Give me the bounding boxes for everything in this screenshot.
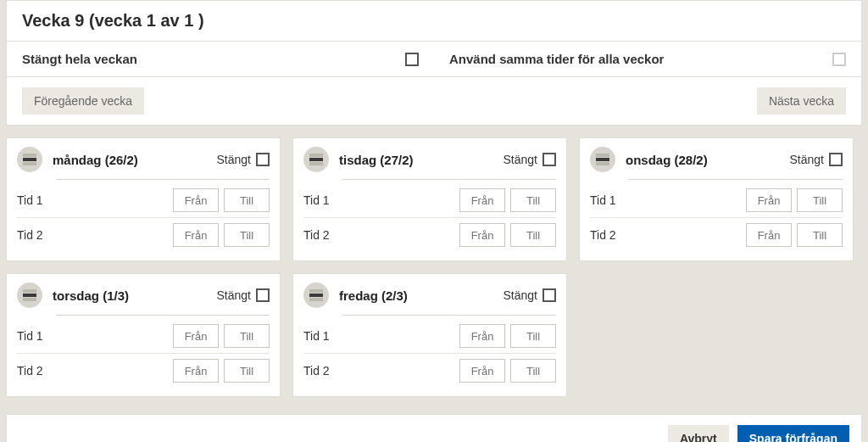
cancel-button[interactable]: Avbryt	[668, 425, 729, 442]
option-same-times: Använd samma tider för alla veckor	[434, 42, 861, 76]
time-inputs	[173, 359, 270, 383]
time-row-label: Tid 2	[17, 364, 68, 378]
day-name: tisdag (27/2)	[339, 153, 414, 167]
time-from-input[interactable]	[173, 324, 219, 348]
time-to-input[interactable]	[224, 324, 270, 348]
submit-button[interactable]: Spara förfrågan	[737, 425, 849, 442]
time-inputs	[173, 188, 270, 212]
next-week-button[interactable]: Nästa vecka	[757, 87, 846, 115]
options-row: Stängt hela veckan Använd samma tider fö…	[7, 42, 861, 77]
divider	[17, 217, 270, 218]
prev-week-button[interactable]: Föregående vecka	[22, 87, 144, 115]
time-from-input[interactable]	[746, 223, 792, 247]
menu-icon[interactable]	[590, 147, 615, 172]
time-inputs	[459, 359, 556, 383]
divider	[56, 315, 270, 316]
same-times-checkbox[interactable]	[832, 53, 846, 66]
menu-icon[interactable]	[17, 147, 42, 172]
day-closed-toggle: Stängt	[790, 153, 843, 166]
time-row: Tid 2	[303, 355, 556, 386]
divider	[56, 179, 270, 180]
divider	[303, 217, 556, 218]
day-name: onsdag (28/2)	[626, 153, 708, 167]
time-inputs	[173, 223, 270, 247]
divider	[590, 217, 843, 218]
menu-icon[interactable]	[17, 283, 42, 308]
time-row-label: Tid 2	[303, 364, 354, 378]
day-name: fredag (2/3)	[339, 288, 408, 303]
time-row-label: Tid 1	[303, 193, 354, 207]
time-row: Tid 2	[590, 220, 843, 250]
divider	[303, 353, 556, 354]
day-card: tisdag (27/2)StängtTid 1Tid 2	[292, 137, 567, 261]
time-from-input[interactable]	[459, 324, 505, 348]
time-row-label: Tid 1	[590, 193, 641, 207]
time-from-input[interactable]	[459, 359, 505, 383]
day-closed-label: Stängt	[790, 153, 824, 166]
option-closed-week-label: Stängt hela veckan	[22, 52, 137, 66]
time-row: Tid 2	[303, 220, 556, 250]
time-from-input[interactable]	[459, 188, 505, 212]
day-card: torsdag (1/3)StängtTid 1Tid 2	[6, 273, 281, 397]
day-header: fredag (2/3)Stängt	[303, 283, 556, 315]
time-row-label: Tid 2	[17, 228, 68, 242]
day-closed-label: Stängt	[217, 288, 251, 302]
day-closed-checkbox[interactable]	[542, 288, 556, 302]
menu-icon[interactable]	[303, 147, 329, 172]
time-to-input[interactable]	[797, 223, 843, 247]
time-from-input[interactable]	[173, 223, 219, 247]
time-to-input[interactable]	[797, 188, 843, 212]
time-row: Tid 2	[17, 220, 270, 250]
days-grid: måndag (26/2)StängtTid 1Tid 2tisdag (27/…	[0, 126, 868, 409]
time-to-input[interactable]	[510, 324, 556, 348]
day-closed-checkbox[interactable]	[829, 153, 843, 166]
day-header: tisdag (27/2)Stängt	[303, 147, 556, 179]
day-closed-checkbox[interactable]	[256, 153, 270, 166]
day-header: torsdag (1/3)Stängt	[17, 283, 270, 315]
time-from-input[interactable]	[459, 223, 505, 247]
day-closed-checkbox[interactable]	[256, 288, 270, 302]
day-card: onsdag (28/2)StängtTid 1Tid 2	[579, 137, 854, 261]
divider	[342, 179, 556, 180]
day-card: måndag (26/2)StängtTid 1Tid 2	[6, 137, 281, 261]
day-name: måndag (26/2)	[53, 153, 138, 167]
time-from-input[interactable]	[746, 188, 792, 212]
time-row: Tid 1	[303, 321, 556, 351]
closed-week-checkbox[interactable]	[405, 53, 419, 66]
footer-bar: Avbryt Spara förfrågan	[6, 414, 862, 442]
time-from-input[interactable]	[173, 188, 219, 212]
day-closed-label: Stängt	[504, 288, 537, 302]
time-to-input[interactable]	[224, 188, 270, 212]
time-to-input[interactable]	[224, 359, 270, 383]
time-row: Tid 1	[17, 185, 270, 215]
time-to-input[interactable]	[510, 223, 556, 247]
divider	[342, 315, 556, 316]
divider	[17, 353, 270, 354]
day-name: torsdag (1/3)	[53, 288, 129, 303]
divider	[629, 179, 843, 180]
menu-icon[interactable]	[303, 283, 329, 308]
time-inputs	[173, 324, 270, 348]
time-inputs	[459, 223, 556, 247]
time-row-label: Tid 1	[17, 193, 68, 207]
page-title: Vecka 9 (vecka 1 av 1 )	[22, 11, 846, 31]
time-row: Tid 1	[303, 185, 556, 215]
day-closed-toggle: Stängt	[217, 288, 270, 302]
day-closed-toggle: Stängt	[504, 153, 556, 166]
option-closed-week: Stängt hela veckan	[7, 42, 434, 76]
time-to-input[interactable]	[510, 359, 556, 383]
time-row-label: Tid 2	[303, 228, 354, 242]
time-inputs	[459, 188, 556, 212]
title-row: Vecka 9 (vecka 1 av 1 )	[7, 1, 861, 42]
time-inputs	[746, 188, 843, 212]
time-row: Tid 1	[590, 185, 843, 215]
day-closed-checkbox[interactable]	[542, 153, 556, 166]
option-same-times-label: Använd samma tider för alla veckor	[449, 52, 664, 66]
week-nav: Föregående vecka Nästa vecka	[7, 77, 861, 125]
day-closed-label: Stängt	[504, 153, 537, 166]
day-card: fredag (2/3)StängtTid 1Tid 2	[292, 273, 567, 397]
time-from-input[interactable]	[173, 359, 219, 383]
time-to-input[interactable]	[224, 223, 270, 247]
time-to-input[interactable]	[510, 188, 556, 212]
time-inputs	[746, 223, 843, 247]
